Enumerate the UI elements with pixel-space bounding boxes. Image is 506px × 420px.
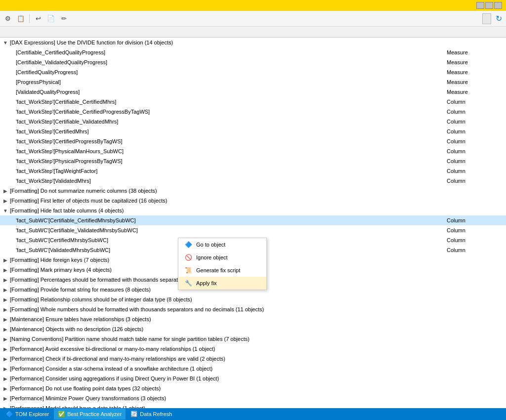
row-type: Column <box>447 109 506 115</box>
expand-arrow <box>2 286 9 293</box>
child-row[interactable]: 'fact_WorkStep'[Certifiable_CertifiedPro… <box>0 107 506 117</box>
child-row[interactable]: 'fact_WorkStep'[Certifiable_ValidatedMhr… <box>0 117 506 126</box>
go-to-object-menu-item-icon: 🔷 <box>184 241 192 249</box>
group-row[interactable]: [Formatting] Whole numbers should be for… <box>0 304 506 314</box>
child-row[interactable]: 'fact_WorkStep'[Certifiable_CertifiedMhr… <box>0 97 506 107</box>
minimize-button[interactable] <box>476 2 484 9</box>
child-row[interactable]: 'fact_SubWC'[Certifiable_ValidatedMhrsby… <box>0 225 506 235</box>
status-tab-label: TOM Explorer <box>15 411 49 417</box>
group-label: [Formatting] First letter of objects mus… <box>10 198 504 204</box>
child-row[interactable]: 'fact_SubWC'[Certifiable_CertifiedMhrsby… <box>0 215 506 225</box>
child-row[interactable]: 'fact_WorkStep'[TagWeightFactor]Column <box>0 166 506 176</box>
row-object-name: 'fact_WorkStep'[ValidatedMhrs] <box>16 178 447 184</box>
row-type: Column <box>447 168 506 174</box>
settings-button[interactable]: ⚙ <box>2 13 14 25</box>
group-row[interactable]: [Performance] Consider a star-schema ins… <box>0 364 506 374</box>
row-type: Measure <box>447 79 506 85</box>
group-row[interactable]: [Formatting] Hide fact table columns (4 … <box>0 206 506 215</box>
new-button[interactable]: 📄 <box>45 13 57 25</box>
expand-arrow <box>2 306 9 313</box>
row-type: Measure <box>447 69 506 75</box>
group-row[interactable]: [Maintenance] Objects with no descriptio… <box>0 324 506 334</box>
child-row[interactable]: 'fact_WorkStep'[PhysicalProgressByTagWS]… <box>0 156 506 166</box>
status-tab-tom-explorer[interactable]: 🔷TOM Explorer <box>2 409 53 420</box>
toolbar-right: ↻ <box>482 13 504 24</box>
child-row[interactable]: 'fact_WorkStep'[ValidatedMhrs]Column <box>0 176 506 186</box>
group-row[interactable]: [Performance] Check if bi-directional an… <box>0 354 506 364</box>
row-object-name: 'fact_WorkStep'[TagWeightFactor] <box>16 168 447 174</box>
go-to-object-menu-item-label: Go to object <box>196 242 225 248</box>
generate-fix-script-menu-item[interactable]: 📜Generate fix script <box>178 264 266 277</box>
row-object-name: 'fact_WorkStep'[CertifiedMhrs] <box>16 128 447 134</box>
toolbar: ⚙ 📋 ↩ 📄 ✏ ↻ <box>0 11 506 27</box>
show-ignored-button[interactable] <box>482 13 491 24</box>
undo-button[interactable]: ↩ <box>32 13 44 25</box>
group-label: [Performance] Consider using aggregation… <box>10 376 504 381</box>
child-row[interactable]: 'fact_WorkStep'[PhysicalManHours_SubWC]C… <box>0 146 506 156</box>
status-bar: 🔷TOM Explorer✅Best Practice Analyzer🔄Dat… <box>0 408 506 420</box>
refresh-button[interactable]: ↻ <box>493 13 504 24</box>
child-row[interactable]: 'fact_WorkStep'[CertifiedProgressByTagWS… <box>0 136 506 146</box>
group-label: [Maintenance] Objects with no descriptio… <box>10 326 504 332</box>
generate-fix-script-menu-item-label: Generate fix script <box>196 267 240 273</box>
apply-fix-menu-item[interactable]: 🔧Apply fix <box>178 277 266 290</box>
child-row[interactable]: [ValidatedQualityProgress]Measure <box>0 87 506 97</box>
group-row[interactable]: [Performance] Avoid excessive bi-directi… <box>0 344 506 354</box>
expand-arrow <box>2 375 9 382</box>
row-type: Column <box>447 178 506 184</box>
group-row[interactable]: [Performance] Model should have a date t… <box>0 403 506 408</box>
row-object-name: 'fact_WorkStep'[Certifiable_CertifiedMhr… <box>16 99 447 105</box>
group-row[interactable]: [Naming Conventions] Partition name shou… <box>0 334 506 344</box>
child-row[interactable]: 'fact_WorkStep'[CertifiedMhrs]Column <box>0 126 506 136</box>
expand-arrow <box>2 385 9 392</box>
maximize-button[interactable] <box>485 2 493 9</box>
row-type: Column <box>447 119 506 125</box>
context-menu: 🔷Go to object🚫Ignore object📜Generate fix… <box>178 238 267 290</box>
group-row[interactable]: [Performance] Minimize Power Query trans… <box>0 393 506 403</box>
expand-arrow <box>2 365 9 372</box>
group-label: [Naming Conventions] Partition name shou… <box>10 336 504 342</box>
child-row[interactable]: [CertifiedQualityProgress]Measure <box>0 67 506 77</box>
status-tab-label: Best Practice Analyzer <box>67 411 122 417</box>
apply-fix-menu-item-label: Apply fix <box>196 280 217 286</box>
group-label: [Performance] Model should have a date t… <box>10 405 504 408</box>
group-row[interactable]: [Performance] Consider using aggregation… <box>0 374 506 383</box>
group-label: [Formatting] Whole numbers should be for… <box>10 306 504 312</box>
group-row[interactable]: [Formatting] Do not summarize numeric co… <box>0 186 506 196</box>
child-row[interactable]: [Certifiable_CertifiedQualityProgress]Me… <box>0 47 506 57</box>
group-row[interactable]: [DAX Expressions] Use the DIVIDE functio… <box>0 38 506 47</box>
group-row[interactable]: [Maintenance] Ensure tables have relatio… <box>0 314 506 324</box>
status-tab-best-practice-analyzer[interactable]: ✅Best Practice Analyzer <box>54 409 126 420</box>
row-object-name: 'fact_WorkStep'[PhysicalProgressByTagWS] <box>16 158 447 164</box>
ignore-object-menu-item-icon: 🚫 <box>184 253 192 261</box>
group-label: [Performance] Check if bi-directional an… <box>10 356 504 362</box>
status-tab-icon: 🔷 <box>6 411 13 418</box>
copy-button[interactable]: 📋 <box>15 13 27 25</box>
expand-arrow <box>2 197 9 204</box>
status-tab-icon: ✅ <box>58 411 65 418</box>
row-object-name: 'fact_SubWC'[Certifiable_CertifiedMhrsby… <box>16 217 447 223</box>
status-tab-icon: 🔄 <box>130 411 138 418</box>
expand-arrow <box>2 405 9 408</box>
status-tab-data-refresh[interactable]: 🔄Data Refresh <box>126 409 176 420</box>
go-to-object-menu-item[interactable]: 🔷Go to object <box>178 238 266 251</box>
row-type: Column <box>447 148 506 154</box>
edit-button[interactable]: ✏ <box>58 13 70 25</box>
group-row[interactable]: [Performance] Do not use floating point … <box>0 383 506 393</box>
ignore-object-menu-item-label: Ignore object <box>196 254 228 260</box>
row-type: Column <box>447 138 506 144</box>
group-label: [Performance] Avoid excessive bi-directi… <box>10 346 504 352</box>
row-object-name: 'fact_WorkStep'[PhysicalManHours_SubWC] <box>16 148 447 154</box>
ignore-object-menu-item[interactable]: 🚫Ignore object <box>178 251 266 264</box>
apply-fix-menu-item-icon: 🔧 <box>184 279 192 287</box>
close-button[interactable] <box>494 2 502 9</box>
row-object-name: 'fact_WorkStep'[Certifiable_CertifiedPro… <box>16 109 447 115</box>
group-row[interactable]: [Formatting] First letter of objects mus… <box>0 196 506 206</box>
row-object-name: [CertifiedQualityProgress] <box>16 69 447 75</box>
child-row[interactable]: [Certifiable_ValidatedQualityProgress]Me… <box>0 57 506 67</box>
group-row[interactable]: [Formatting] Relationship columns should… <box>0 294 506 304</box>
child-row[interactable]: [ProgressPhysical]Measure <box>0 77 506 87</box>
row-type: Column <box>447 99 506 105</box>
title-bar <box>0 0 506 11</box>
group-label: [DAX Expressions] Use the DIVIDE functio… <box>10 40 504 45</box>
